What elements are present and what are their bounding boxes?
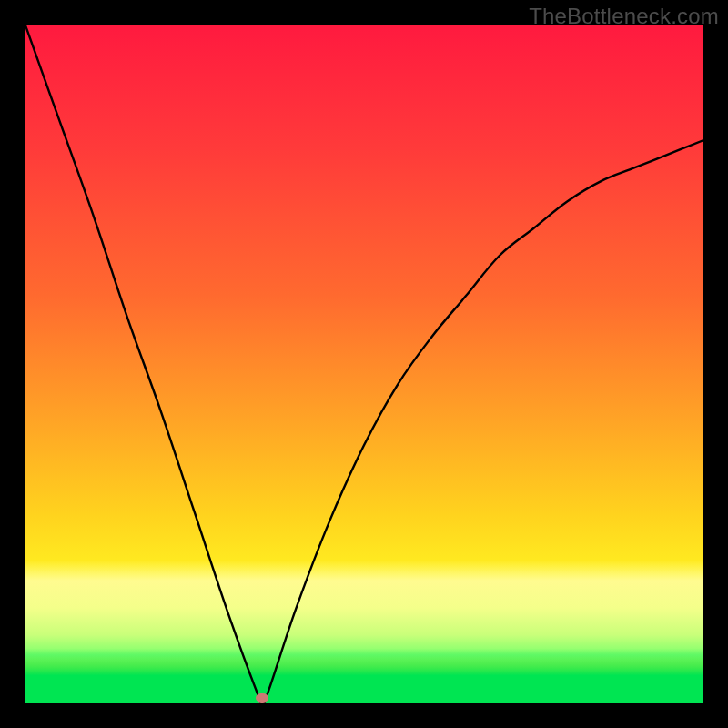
plot-area [25, 25, 703, 703]
chart-frame: TheBottleneck.com [0, 0, 728, 728]
bottleneck-curve [25, 25, 703, 703]
optimal-point-marker [256, 693, 268, 703]
